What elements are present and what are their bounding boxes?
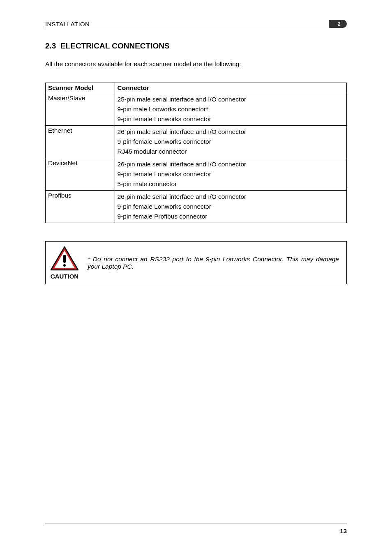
connector-cell: 26-pin male serial interface and I/O con…: [115, 191, 346, 223]
header-title: INSTALLATION: [45, 21, 90, 28]
connector-line: 26-pin male serial interface and I/O con…: [118, 159, 344, 169]
table-row: DeviceNet 26-pin male serial interface a…: [46, 158, 347, 191]
svg-rect-2: [63, 255, 66, 263]
svg-point-3: [63, 264, 66, 267]
connector-cell: 25-pin male serial interface and I/O con…: [115, 93, 346, 126]
page-number: 13: [45, 527, 347, 534]
caution-left: CAUTION: [50, 246, 79, 280]
chapter-badge: 2: [329, 20, 347, 28]
connector-cell: 26-pin male serial interface and I/O con…: [115, 126, 346, 158]
section-heading: 2.3 ELECTRICAL CONNECTIONS: [45, 41, 347, 51]
header-divider: [45, 29, 347, 29]
scanner-model-cell: Profibus: [46, 191, 115, 223]
scanner-model-cell: DeviceNet: [46, 158, 115, 191]
table-row: Master/Slave 25-pin male serial interfac…: [46, 93, 347, 126]
caution-label: CAUTION: [51, 273, 78, 280]
connector-line: 9-pin female Lonworks connector: [118, 114, 344, 124]
page-header: INSTALLATION 2: [45, 21, 347, 28]
connector-table: Scanner Model Connector Master/Slave 25-…: [45, 83, 347, 223]
table-header-connector: Connector: [115, 83, 346, 93]
connector-cell: 26-pin male serial interface and I/O con…: [115, 158, 346, 191]
page-footer: 13: [45, 523, 347, 534]
table-header-row: Scanner Model Connector: [46, 83, 347, 93]
connector-line: 9-pin female Profibus connector: [118, 212, 344, 221]
caution-icon: [50, 246, 79, 271]
connector-line: 26-pin male serial interface and I/O con…: [118, 127, 344, 137]
caution-text: * Do not connect an RS232 port to the 9-…: [88, 256, 339, 270]
intro-text: All the connectors available for each sc…: [45, 60, 347, 68]
table-row: Ethernet 26-pin male serial interface an…: [46, 126, 347, 158]
section-title: ELECTRICAL CONNECTIONS: [60, 41, 170, 50]
scanner-model-cell: Master/Slave: [46, 93, 115, 126]
connector-line: 5-pin male connector: [118, 179, 344, 189]
connector-line: 9-pin male Lonworks connector*: [118, 104, 344, 114]
connector-line: 9-pin female Lonworks connector: [118, 202, 344, 212]
table-row: Profibus 26-pin male serial interface an…: [46, 191, 347, 223]
scanner-model-cell: Ethernet: [46, 126, 115, 158]
chapter-number: 2: [329, 20, 347, 28]
connector-line: 25-pin male serial interface and I/O con…: [118, 94, 344, 104]
connector-line: 26-pin male serial interface and I/O con…: [118, 192, 344, 202]
connector-line: 9-pin female Lonworks connector: [118, 137, 344, 147]
connector-line: 9-pin female Lonworks connector: [118, 169, 344, 179]
footer-divider: [45, 523, 347, 523]
section-number: 2.3: [45, 41, 56, 50]
caution-box: CAUTION * Do not connect an RS232 port t…: [45, 241, 347, 284]
connector-line: RJ45 modular connector: [118, 147, 344, 157]
table-header-model: Scanner Model: [46, 83, 115, 93]
